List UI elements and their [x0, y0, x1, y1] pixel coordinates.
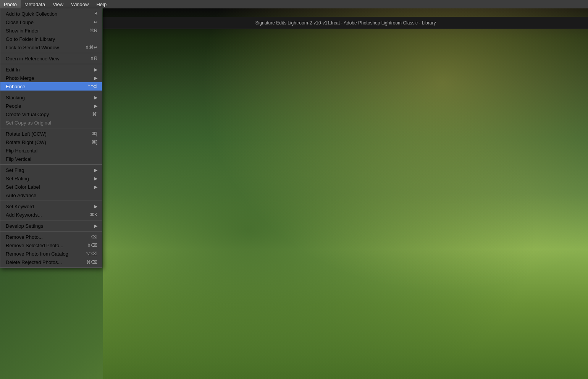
- menu-submenu-arrow-set-flag: ▶: [94, 168, 97, 173]
- menu-item-label-rotate-left: Rotate Left (CCW): [6, 131, 89, 137]
- menu-item-delete-rejected[interactable]: Delete Rejected Photos...⌘⌫: [0, 258, 102, 266]
- menu-shortcut-rotate-right: ⌘]: [92, 139, 97, 145]
- menu-separator-after-flip-vertical: [0, 164, 102, 165]
- menu-item-create-virtual-copy[interactable]: Create Virtual Copy⌘': [0, 110, 102, 118]
- menu-item-set-copy-as-original: Set Copy as Original: [0, 118, 102, 127]
- menu-item-rotate-right[interactable]: Rotate Right (CW)⌘]: [0, 138, 102, 146]
- menu-item-auto-advance[interactable]: Auto Advance: [0, 191, 102, 199]
- menu-item-set-flag[interactable]: Set Flag▶: [0, 166, 102, 174]
- menu-metadata[interactable]: Metadata: [21, 0, 49, 8]
- menu-item-show-in-finder[interactable]: Show in Finder⌘R: [0, 26, 102, 35]
- menu-shortcut-close-loupe: ↩: [94, 19, 97, 25]
- menu-item-remove-photo-from-catalog[interactable]: Remove Photo from Catalog⌥⌫: [0, 249, 102, 258]
- photo-overlay: [103, 8, 588, 379]
- menu-item-people[interactable]: People▶: [0, 102, 102, 110]
- menu-item-rotate-left[interactable]: Rotate Left (CCW)⌘[: [0, 130, 102, 138]
- menu-item-go-to-folder[interactable]: Go to Folder in Library: [0, 35, 102, 43]
- menu-item-label-add-keywords: Add Keywords...: [6, 212, 87, 218]
- menu-shortcut-remove-photo-from-catalog: ⌥⌫: [86, 251, 97, 256]
- menu-submenu-arrow-set-rating: ▶: [94, 176, 97, 181]
- menu-shortcut-enhance: ⌃⌥I: [87, 84, 97, 89]
- menu-item-photo-merge[interactable]: Photo Merge▶: [0, 74, 102, 82]
- menu-item-label-remove-photo: Remove Photo...: [6, 234, 88, 240]
- menu-item-label-people: People: [6, 103, 93, 109]
- menu-submenu-arrow-edit-in: ▶: [94, 67, 97, 72]
- menu-item-label-show-in-finder: Show in Finder: [6, 28, 86, 34]
- menu-help[interactable]: Help: [92, 0, 110, 8]
- menu-shortcut-remove-selected-photo: ⇧⌫: [87, 243, 97, 248]
- menu-item-label-stacking: Stacking: [6, 95, 93, 100]
- menu-item-flip-horizontal[interactable]: Flip Horizontal: [0, 146, 102, 155]
- menu-item-label-set-copy-as-original: Set Copy as Original: [6, 120, 97, 126]
- menu-item-enhance[interactable]: Enhance⌃⌥I: [0, 82, 102, 91]
- menu-shortcut-create-virtual-copy: ⌘': [92, 112, 97, 117]
- menu-window[interactable]: Window: [67, 0, 92, 8]
- menu-shortcut-add-quick-collection: B: [94, 11, 97, 16]
- menu-item-label-flip-horizontal: Flip Horizontal: [6, 148, 97, 154]
- menu-item-label-go-to-folder: Go to Folder in Library: [6, 36, 97, 42]
- menu-view[interactable]: View: [49, 0, 67, 8]
- menu-separator-after-open-reference-view: [0, 64, 102, 64]
- menu-bar: Photo Metadata View Window Help: [0, 0, 588, 8]
- menu-shortcut-show-in-finder: ⌘R: [89, 28, 97, 33]
- file-title: Signature Edits Lightroom-2-v10-v11.lrca…: [255, 20, 436, 26]
- menu-shortcut-add-keywords: ⌘K: [90, 212, 97, 217]
- menu-item-label-edit-in: Edit In: [6, 67, 93, 73]
- menu-item-label-create-virtual-copy: Create Virtual Copy: [6, 112, 89, 117]
- menu-submenu-arrow-stacking: ▶: [94, 95, 97, 100]
- menu-submenu-arrow-set-color-label: ▶: [94, 185, 97, 190]
- menu-submenu-arrow-people: ▶: [94, 104, 97, 109]
- menu-photo[interactable]: Photo: [0, 0, 21, 8]
- menu-item-set-rating[interactable]: Set Rating▶: [0, 174, 102, 183]
- menu-item-set-keyword[interactable]: Set Keyword▶: [0, 202, 102, 211]
- photo-menu-dropdown: Add to Quick CollectionBClose Loupe↩Show…: [0, 8, 102, 268]
- menu-separator-after-lock-second-window: [0, 53, 102, 53]
- menu-shortcut-lock-second-window: ⇧⌘↩: [85, 45, 97, 50]
- menu-item-label-auto-advance: Auto Advance: [6, 193, 97, 198]
- menu-separator-after-enhance: [0, 92, 102, 92]
- menu-item-set-color-label[interactable]: Set Color Label▶: [0, 183, 102, 191]
- menu-shortcut-remove-photo: ⌫: [91, 234, 97, 240]
- menu-submenu-arrow-set-keyword: ▶: [94, 204, 97, 209]
- menu-submenu-arrow-photo-merge: ▶: [94, 76, 97, 81]
- menu-item-label-enhance: Enhance: [6, 84, 84, 89]
- menu-item-stacking[interactable]: Stacking▶: [0, 93, 102, 102]
- menu-item-flip-vertical[interactable]: Flip Vertical: [0, 155, 102, 163]
- menu-item-label-set-keyword: Set Keyword: [6, 204, 93, 209]
- menu-item-lock-second-window[interactable]: Lock to Second Window⇧⌘↩: [0, 43, 102, 52]
- menu-shortcut-delete-rejected: ⌘⌫: [86, 259, 97, 265]
- menu-item-label-flip-vertical: Flip Vertical: [6, 156, 97, 162]
- menu-item-label-develop-settings: Develop Settings: [6, 223, 93, 229]
- menu-item-open-reference-view[interactable]: Open in Reference View⇧R: [0, 54, 102, 63]
- menu-submenu-arrow-develop-settings: ▶: [94, 224, 97, 228]
- menu-item-remove-selected-photo[interactable]: Remove Selected Photo...⇧⌫: [0, 241, 102, 249]
- menu-item-label-open-reference-view: Open in Reference View: [6, 56, 87, 62]
- menu-item-add-keywords[interactable]: Add Keywords...⌘K: [0, 211, 102, 219]
- menu-item-label-set-flag: Set Flag: [6, 167, 93, 173]
- menu-item-edit-in[interactable]: Edit In▶: [0, 65, 102, 74]
- menu-separator-after-auto-advance: [0, 201, 102, 201]
- menu-item-label-photo-merge: Photo Merge: [6, 75, 93, 81]
- menu-shortcut-rotate-left: ⌘[: [92, 131, 97, 136]
- menu-item-label-remove-photo-from-catalog: Remove Photo from Catalog: [6, 251, 82, 257]
- menu-separator-after-set-copy-as-original: [0, 128, 102, 128]
- menu-item-label-close-loupe: Close Loupe: [6, 19, 90, 25]
- menu-item-label-delete-rejected: Delete Rejected Photos...: [6, 259, 83, 265]
- menu-item-label-set-rating: Set Rating: [6, 176, 93, 181]
- menu-item-label-lock-second-window: Lock to Second Window: [6, 45, 82, 50]
- menu-separator-after-add-keywords: [0, 220, 102, 220]
- menu-item-label-remove-selected-photo: Remove Selected Photo...: [6, 243, 84, 248]
- menu-shortcut-open-reference-view: ⇧R: [90, 56, 97, 61]
- menu-separator-after-develop-settings: [0, 231, 102, 232]
- menu-item-remove-photo[interactable]: Remove Photo...⌫: [0, 233, 102, 241]
- top-info-bar: Signature Edits Lightroom-2-v10-v11.lrca…: [103, 17, 588, 29]
- menu-item-label-set-color-label: Set Color Label: [6, 184, 93, 190]
- menu-item-add-quick-collection[interactable]: Add to Quick CollectionB: [0, 10, 102, 18]
- menu-item-label-rotate-right: Rotate Right (CW): [6, 139, 89, 145]
- menu-item-close-loupe[interactable]: Close Loupe↩: [0, 18, 102, 26]
- menu-item-label-add-quick-collection: Add to Quick Collection: [6, 11, 91, 17]
- menu-item-develop-settings[interactable]: Develop Settings▶: [0, 222, 102, 230]
